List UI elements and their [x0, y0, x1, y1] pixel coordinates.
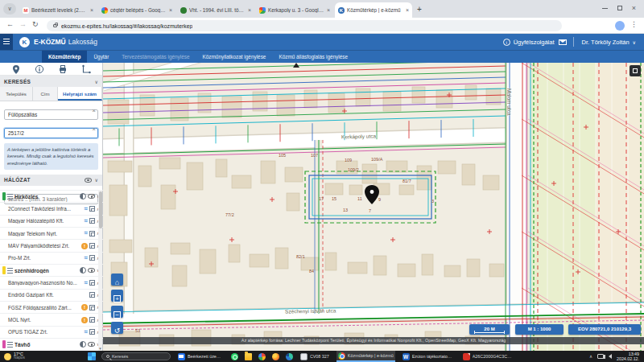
taskbar-item-pdf[interactable]: A26C2000G4C3C PDF - — [461, 351, 514, 362]
profile-avatar[interactable] — [615, 21, 625, 31]
lines-icon[interactable]: ≈ — [85, 218, 88, 224]
tray-chevron-up-icon[interactable]: ∧ — [589, 354, 592, 359]
lines-icon[interactable]: ≈ — [85, 206, 88, 212]
taskbar-item-document[interactable]: CV08 327 — [299, 351, 331, 362]
forward-icon[interactable]: → — [19, 20, 27, 28]
visibility-eye-icon[interactable] — [88, 268, 95, 273]
minimize-icon[interactable] — [602, 8, 608, 9]
tab-cim[interactable]: Cím — [33, 87, 58, 101]
zoom-out-button[interactable]: − — [111, 306, 123, 318]
tab-close-icon[interactable]: × — [169, 7, 172, 13]
user-menu[interactable]: Dr. Törköly Zoltán — [582, 39, 630, 46]
tab-close-icon[interactable]: × — [248, 7, 251, 13]
expand-icon[interactable] — [89, 329, 95, 335]
menu-hamburger-icon[interactable] — [0, 34, 13, 50]
network-group-hirkozles[interactable]: Hírközlés ∨ — [0, 190, 103, 202]
lines-icon[interactable]: ≈ — [85, 255, 88, 261]
marker-icon[interactable] — [11, 64, 21, 74]
mail-icon[interactable] — [559, 39, 567, 45]
expand-icon[interactable] — [89, 280, 95, 286]
map-viewport[interactable]: Kerkápoly utca Malom utca Széchenyi Istv… — [103, 63, 644, 351]
expand-icon[interactable] — [89, 305, 95, 311]
parcel-number-input[interactable] — [4, 128, 98, 138]
network-item-endrod-gazipari[interactable]: Endrőd Gázipari Kft. ∧ — [0, 289, 103, 301]
visibility-eye-icon[interactable] — [88, 342, 95, 347]
taskbar-item-mail[interactable]: Beérkezett üzenetek - e... — [176, 351, 225, 362]
scroll-down-icon[interactable]: ▼ — [98, 347, 102, 351]
network-item-pro-m[interactable]: Pro-M Zrt. ≈ ∧ — [0, 252, 103, 264]
speaker-icon[interactable] — [609, 354, 612, 359]
network-item-magyar-telekom[interactable]: Magyar Telekom Nyrt. ≈ ∧ — [0, 227, 103, 239]
previous-view-button[interactable]: ↺ — [111, 322, 123, 334]
refresh-icon[interactable]: ↻ — [32, 20, 39, 28]
edge-icon[interactable] — [286, 353, 293, 360]
taskbar-item-word[interactable]: W Ezúton tájékoztatom.do... — [401, 351, 456, 362]
tab-helyrajzi-szam[interactable]: Helyrajzi szám — [58, 87, 102, 101]
chevron-down-icon[interactable]: ∨ — [95, 177, 98, 183]
back-icon[interactable]: ← — [6, 20, 14, 28]
browser-tab-active[interactable]: K Közműtérkép | e-közmű × — [335, 2, 412, 18]
visibility-eye-icon[interactable] — [85, 178, 92, 183]
chevron-down-icon[interactable]: ∨ — [95, 79, 98, 84]
network-item-2connect[interactable]: 2Connect Távközlési Infra... ≈ ∧ — [0, 202, 103, 214]
nav-tab-kozmuterkep[interactable]: Közműtérkép — [42, 51, 87, 63]
photos-app-icon[interactable] — [258, 353, 266, 360]
browser-tab-4[interactable]: Kerkapoly u. 3 - Google Térkép × — [256, 2, 333, 18]
clear-icon[interactable]: × — [92, 107, 96, 114]
expand-icon[interactable] — [89, 206, 95, 212]
chevron-down-icon[interactable]: ∨ — [633, 39, 636, 45]
support-link[interactable]: Ügyfélszolgálat — [514, 39, 555, 46]
home-button[interactable]: ⌂ — [111, 274, 123, 286]
opacity-icon[interactable] — [80, 267, 86, 274]
file-explorer-icon[interactable] — [245, 353, 252, 360]
close-icon[interactable]: × — [632, 5, 636, 12]
taskbar-clock[interactable]: 13:49 2024.02.12. — [617, 352, 639, 361]
opacity-icon[interactable] — [80, 193, 86, 200]
tab-telepules[interactable]: Település — [0, 87, 33, 101]
expand-icon[interactable] — [89, 255, 95, 261]
lines-icon[interactable]: ≈ — [85, 280, 88, 286]
browser-tab-3[interactable]: Vht. - 1994. évi LIII. törvény a b... × — [177, 2, 254, 18]
map-tool-button[interactable] — [630, 65, 641, 76]
address-bar[interactable]: ekozmu.e-epites.hu/lakossag/#/lakossag/k… — [47, 20, 562, 31]
expand-icon[interactable] — [89, 218, 95, 224]
whatsapp-icon[interactable] — [231, 353, 238, 360]
network-item-fgsz[interactable]: FGSZ Földgázszállító Zárt... ! ∧ — [0, 301, 103, 313]
taskbar-search[interactable]: Keresés — [101, 352, 171, 360]
maximize-icon[interactable] — [617, 6, 622, 10]
tab-close-icon[interactable]: × — [327, 7, 330, 13]
tab-close-icon[interactable]: × — [406, 7, 409, 13]
taskbar-item-chrome-active[interactable]: Közműtérkép | e-közmű — [336, 351, 395, 362]
new-tab-button[interactable]: + — [414, 4, 425, 15]
browser-tab-2[interactable]: G cégtér belépés - Google-keres... × — [98, 2, 175, 18]
start-button[interactable] — [88, 352, 96, 360]
network-item-mav[interactable]: MÁV Pályaműködtetési Zrt. ! ∧ — [0, 239, 103, 251]
visibility-eye-icon[interactable] — [88, 194, 95, 199]
browser-tab-1[interactable]: M Beérkezett levelek (2.210) - p... × — [19, 2, 97, 18]
zoom-in-button[interactable]: + — [111, 290, 123, 302]
clear-icon[interactable]: × — [92, 125, 96, 133]
opacity-icon[interactable] — [80, 341, 86, 348]
lines-icon[interactable]: ≈ — [85, 329, 88, 335]
nav-tab-kozmunyilatkozat[interactable]: Közműnyilatkozat igénylése — [196, 51, 273, 63]
expand-icon[interactable] — [89, 317, 95, 323]
network-group-tavho[interactable]: Távhő ∨ — [0, 338, 103, 350]
network-item-opus-tigaz[interactable]: OPUS TIGÁZ Zrt. ≈ ∧ — [0, 326, 103, 338]
info-icon[interactable] — [35, 64, 44, 74]
expand-icon[interactable] — [89, 231, 95, 237]
url-text[interactable]: ekozmu.e-epites.hu/lakossag/#/lakossag/k… — [61, 23, 192, 29]
expand-icon[interactable] — [89, 243, 95, 249]
network-section-header[interactable]: HÁLÓZAT ∨ — [0, 175, 102, 186]
nav-tab-tervezestamogatas[interactable]: Tervezéstámogatás igénylése — [115, 51, 196, 63]
sidebar-scrollbar[interactable] — [98, 190, 102, 351]
network-item-banyavagyon[interactable]: Bányavagyon-hasznosító No... ≈ ∧ — [0, 276, 103, 288]
lock-icon[interactable] — [53, 24, 57, 27]
expand-icon[interactable] — [89, 292, 95, 298]
measure-icon[interactable] — [81, 64, 91, 74]
nav-tab-ugytar[interactable]: Ügytár — [87, 51, 115, 63]
network-item-magyar-halozatepito[interactable]: Magyar Hálózatépítő Kft. ≈ ∧ — [0, 215, 103, 227]
settlement-input[interactable] — [4, 109, 98, 120]
browser-menu-icon[interactable]: ⋮ — [630, 20, 638, 28]
firefox-icon[interactable] — [272, 353, 279, 360]
network-group-szenhidrogen[interactable]: szénhidrogén ∨ — [0, 264, 103, 276]
